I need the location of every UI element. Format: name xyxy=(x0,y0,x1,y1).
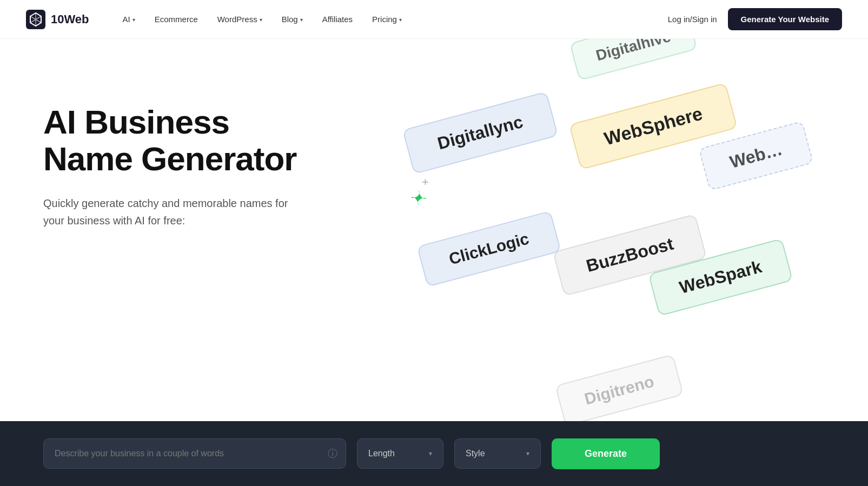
hero-subtitle: Quickly generate catchy and memorable na… xyxy=(43,195,299,229)
business-description-input[interactable] xyxy=(43,438,346,469)
length-select[interactable]: Length ▾ xyxy=(357,438,443,469)
input-wrapper: ⓘ xyxy=(43,438,346,469)
logo[interactable]: 10Web xyxy=(26,10,89,29)
chevron-down-icon: ▾ xyxy=(260,17,262,23)
plus-icon: + xyxy=(422,175,429,189)
bottom-bar: ⓘ Length ▾ Style ▾ Generate xyxy=(0,421,868,486)
nav-item-ecommerce[interactable]: Ecommerce xyxy=(147,10,206,28)
info-icon[interactable]: ⓘ xyxy=(328,447,337,460)
generate-website-button[interactable]: Generate Your Website xyxy=(728,8,842,30)
name-card-digitreno: Digitreno xyxy=(555,354,684,427)
nav-item-blog[interactable]: Blog ▾ xyxy=(274,10,310,28)
navbar: 10Web AI ▾ Ecommerce WordPress ▾ Blog ▾ … xyxy=(0,0,868,39)
chevron-down-icon: ▾ xyxy=(399,17,402,23)
spark-decoration: + xyxy=(411,190,426,208)
name-card-digitallync: Digitallync xyxy=(402,91,558,174)
chevron-down-icon: ▾ xyxy=(526,450,529,457)
sparkle-icon xyxy=(411,190,426,205)
style-select[interactable]: Style ▾ xyxy=(454,438,541,469)
nav-item-wordpress[interactable]: WordPress ▾ xyxy=(210,10,270,28)
chevron-down-icon: ▾ xyxy=(132,17,135,23)
generate-button[interactable]: Generate xyxy=(552,438,660,469)
logo-icon xyxy=(26,10,45,29)
nav-item-pricing[interactable]: Pricing ▾ xyxy=(365,10,409,28)
name-card-digitalhive: Digitalhive xyxy=(569,39,698,81)
hero-section: AI Business Name Generator Quickly gener… xyxy=(0,39,868,486)
hero-title: AI Business Name Generator xyxy=(43,104,299,177)
name-card-clicklogic: ClickLogic xyxy=(416,211,561,288)
nav-item-affiliates[interactable]: Affiliates xyxy=(315,10,360,28)
nav-item-ai[interactable]: AI ▾ xyxy=(115,10,143,28)
nav-right: Log in/Sign in Generate Your Website xyxy=(668,8,842,30)
nav-links: AI ▾ Ecommerce WordPress ▾ Blog ▾ Affili… xyxy=(115,10,668,28)
hero-left: AI Business Name Generator Quickly gener… xyxy=(0,39,324,486)
login-link[interactable]: Log in/Sign in xyxy=(668,15,717,24)
cards-area: Digitallync Digitalhive WebSphere ClickL… xyxy=(359,39,868,486)
logo-text: 10Web xyxy=(51,12,89,26)
chevron-down-icon: ▾ xyxy=(300,17,303,23)
chevron-down-icon: ▾ xyxy=(429,450,432,457)
